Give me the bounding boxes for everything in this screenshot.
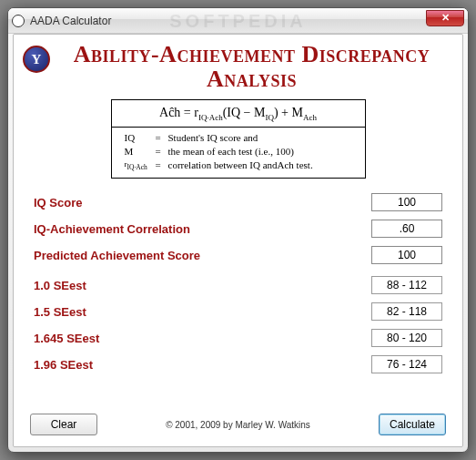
predicted-score-input[interactable] bbox=[371, 246, 442, 264]
seest-15-label: 1.5 SEest bbox=[34, 305, 86, 319]
formula-box: Aĉh = rIQ·Ach(IQ − MIQ) + MAch IQ=Studen… bbox=[111, 99, 366, 179]
form-area: IQ Score IQ-Achievement Correlation Pred… bbox=[14, 191, 462, 375]
app-window: AADA Calculator SOFTPEDIA ✕ Y Ability-Ac… bbox=[7, 7, 469, 453]
footer: Clear © 2001, 2009 by Marley W. Watkins … bbox=[14, 414, 462, 435]
close-button[interactable]: ✕ bbox=[426, 10, 464, 26]
clear-button[interactable]: Clear bbox=[30, 414, 97, 435]
copyright-text: © 2001, 2009 by Marley W. Watkins bbox=[166, 420, 310, 430]
iq-corr-label: IQ-Achievement Correlation bbox=[34, 222, 190, 236]
seest-1645-output: 80 - 120 bbox=[371, 329, 442, 347]
calculate-button[interactable]: Calculate bbox=[379, 414, 446, 435]
formula-legend: IQ=Student's IQ score and M=the mean of … bbox=[112, 128, 365, 178]
app-logo-icon: Y bbox=[23, 46, 50, 73]
seest-196-label: 1.96 SEest bbox=[34, 358, 93, 372]
window-title: AADA Calculator bbox=[30, 15, 111, 27]
app-icon bbox=[12, 15, 25, 27]
iq-score-input[interactable] bbox=[371, 193, 442, 211]
seest-1-label: 1.0 SEest bbox=[34, 279, 86, 292]
page-title: Ability-Achievement Discrepancy Analysis bbox=[50, 42, 453, 92]
seest-196-output: 76 - 124 bbox=[371, 355, 442, 373]
seest-1-output: 88 - 112 bbox=[371, 276, 442, 294]
client-area: Y Ability-Achievement Discrepancy Analys… bbox=[13, 34, 463, 447]
formula-equation: Aĉh = rIQ·Ach(IQ − MIQ) + MAch bbox=[112, 100, 365, 128]
iq-score-label: IQ Score bbox=[34, 196, 82, 210]
iq-corr-input[interactable] bbox=[371, 220, 442, 238]
seest-15-output: 82 - 118 bbox=[371, 302, 442, 321]
titlebar: AADA Calculator SOFTPEDIA ✕ bbox=[8, 8, 468, 34]
predicted-score-label: Predicted Achievement Score bbox=[34, 249, 200, 262]
seest-1645-label: 1.645 SEest bbox=[34, 332, 99, 345]
